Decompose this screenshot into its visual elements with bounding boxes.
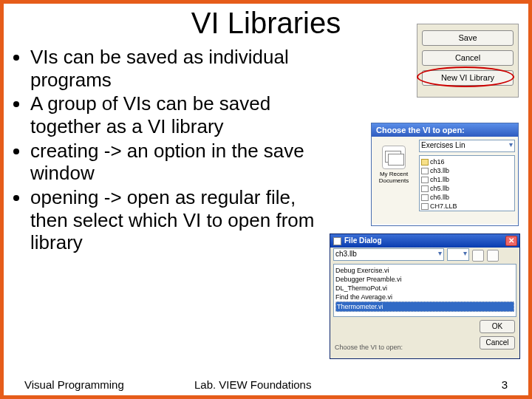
list-item[interactable]: ch5.llb	[421, 184, 513, 193]
file-list[interactable]: ch16 ch3.llb ch1.llb ch5.llb ch6.llb CH7…	[419, 155, 515, 211]
vi-icon	[421, 168, 429, 174]
bullet-item: VIs can be saved as individual programs	[30, 46, 323, 91]
bullet-list: VIs can be saved as individual programs …	[13, 46, 323, 256]
list-item[interactable]: Find the Average.vi	[335, 293, 514, 301]
list-item[interactable]: Debug Exercise.vi	[335, 266, 514, 275]
save-panel: Save Cancel New VI Library	[417, 24, 519, 98]
bullet-item: A group of VIs can be saved together as …	[30, 92, 323, 137]
recent-docs-label: My Recent Documents	[373, 171, 415, 184]
footer: Visual Programming Lab. VIEW Foundations…	[4, 378, 528, 391]
cancel-button[interactable]: Cancel	[422, 50, 514, 66]
vi-icon	[421, 203, 429, 210]
bullet-item: opening -> open as regular file, then se…	[30, 186, 323, 254]
filter-dropdown[interactable]	[447, 248, 469, 261]
vi-list[interactable]: Debug Exercise.vi Debugger Preamble.vi D…	[333, 264, 516, 317]
list-item[interactable]: DL_ThermoPot.vi	[335, 284, 514, 293]
list-item[interactable]: ch1.llb	[421, 175, 513, 184]
file-dialog: File Dialog ✕ ch3.llb Debug Exercise.vi …	[330, 233, 520, 359]
footer-center: Lab. VIEW Foundations	[194, 378, 357, 391]
lookin-dropdown[interactable]: Exercises Lin	[419, 140, 515, 152]
vi-icon	[421, 194, 429, 201]
app-icon	[333, 237, 341, 245]
new-vi-library-button[interactable]: New VI Library	[422, 70, 514, 86]
save-button[interactable]: Save	[422, 30, 514, 46]
list-item[interactable]: ch16	[421, 157, 513, 166]
bullet-item: creating -> an option in the save window	[30, 140, 323, 185]
page-number: 3	[357, 378, 508, 391]
footer-left: Visual Programming	[24, 378, 194, 391]
dialog-title: File Dialog	[333, 236, 382, 245]
toolbar-button[interactable]	[472, 250, 484, 262]
list-item[interactable]: Debugger Preamble.vi	[335, 275, 514, 284]
folder-icon	[421, 159, 429, 166]
vi-icon	[421, 185, 429, 192]
ok-button[interactable]: OK	[480, 320, 515, 333]
vi-icon	[421, 177, 429, 183]
places-bar: My Recent Documents	[372, 137, 416, 224]
toolbar: ch3.llb	[330, 248, 519, 264]
content-area: VIs can be saved as individual programs …	[4, 46, 528, 256]
screenshots-panel: Save Cancel New VI Library Choose the VI…	[323, 46, 519, 256]
list-item[interactable]: ch6.llb	[421, 193, 513, 202]
library-dropdown[interactable]: ch3.llb	[333, 248, 444, 261]
choose-vi-dialog: Choose the VI to open: My Recent Documen…	[371, 123, 519, 226]
list-item[interactable]: CH7.LLB	[421, 202, 513, 211]
prompt-label: Choose the VI to open:	[335, 344, 403, 351]
close-button[interactable]: ✕	[505, 236, 517, 246]
list-item-selected[interactable]: Thermometer.vi	[335, 301, 514, 312]
toolbar-button[interactable]	[487, 250, 499, 262]
dialog-title: Choose the VI to open:	[372, 123, 518, 137]
list-item[interactable]: ch3.llb	[421, 166, 513, 175]
recent-docs-icon[interactable]	[382, 146, 406, 169]
cancel-button[interactable]: Cancel	[480, 336, 515, 349]
